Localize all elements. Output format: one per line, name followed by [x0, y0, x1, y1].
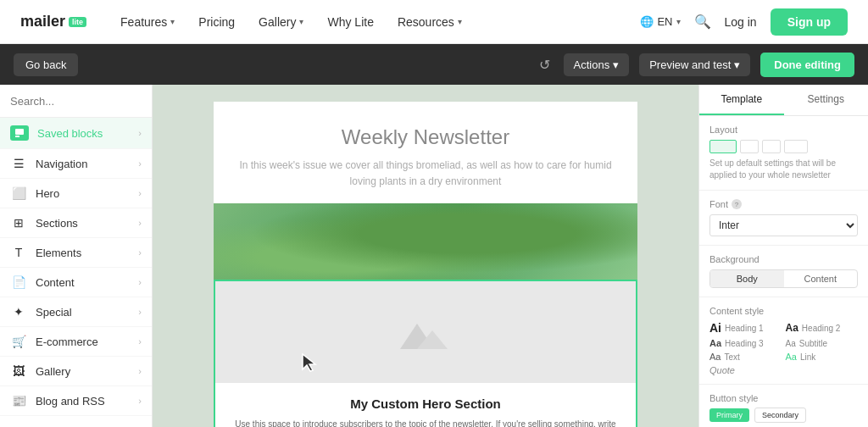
- saved-blocks-icon: [10, 125, 29, 141]
- logo-text: mailer: [20, 13, 65, 30]
- nav-features[interactable]: Features ▾: [120, 15, 175, 29]
- nav-whylite[interactable]: Why Lite: [327, 15, 373, 29]
- chevron-down-icon: ▾: [299, 17, 303, 26]
- preview-button[interactable]: Preview and test ▾: [639, 53, 750, 76]
- chevron-right-icon: ›: [138, 336, 142, 347]
- bg-content-option[interactable]: Content: [784, 270, 858, 287]
- chevron-right-icon: ›: [138, 396, 142, 406]
- button-style-section: Button style Primary Secondary: [699, 385, 868, 427]
- hero-title: My Custom Hero Section: [232, 396, 619, 411]
- login-link[interactable]: Log in: [725, 15, 757, 29]
- nav-resources-label: Resources: [398, 15, 454, 29]
- layout-option-1[interactable]: [709, 140, 737, 153]
- email-canvas: Weekly Newsletter In this week's issue w…: [214, 102, 637, 427]
- editor-toolbar: Go back ↺ Actions ▾ Preview and test ▾ D…: [0, 44, 868, 85]
- primary-btn-label: Primary: [709, 408, 749, 422]
- logo[interactable]: mailer lite: [20, 13, 86, 30]
- nav-features-label: Features: [120, 15, 167, 29]
- layout-option-2[interactable]: [740, 140, 759, 153]
- sidebar-saved-blocks-label: Saved blocks: [37, 127, 138, 140]
- navigation-icon: ☰: [10, 157, 27, 170]
- sidebar-ecommerce-label: E-commerce: [36, 336, 138, 348]
- right-panel: Template Settings Layout Set up default …: [698, 85, 868, 427]
- sidebar-special-label: Special: [36, 306, 138, 319]
- preview-label: Preview and test: [649, 58, 731, 71]
- content-styles-grid: Ai Heading 1 Aa Heading 2 Aa Heading 3 A…: [709, 321, 858, 362]
- blog-icon: 📰: [10, 394, 27, 408]
- sidebar-item-content[interactable]: 📄 Content ›: [0, 268, 152, 297]
- style-heading1[interactable]: Ai Heading 1: [709, 321, 782, 335]
- content-style-label: Content style: [709, 306, 858, 316]
- hero-block[interactable]: My Custom Hero Section Use this space to…: [214, 280, 637, 427]
- logo-badge: lite: [69, 17, 86, 27]
- layout-option-3[interactable]: [762, 140, 781, 153]
- nav-gallery[interactable]: Gallery ▾: [259, 15, 303, 29]
- sidebar-item-special[interactable]: ✦ Special ›: [0, 297, 152, 327]
- style-link[interactable]: Aa Link: [786, 352, 859, 362]
- link-preview: Aa: [786, 352, 797, 362]
- layout-option-4[interactable]: [784, 140, 808, 153]
- search-box: [0, 85, 152, 118]
- sidebar-item-saved-blocks[interactable]: Saved blocks ›: [0, 118, 152, 149]
- font-section: Font ? Inter: [699, 191, 868, 246]
- btn-primary-style[interactable]: Primary: [709, 408, 749, 420]
- nav-pricing[interactable]: Pricing: [198, 15, 235, 29]
- search-input[interactable]: [10, 95, 142, 108]
- button-style-label: Button style: [709, 393, 858, 403]
- history-icon[interactable]: ↺: [539, 57, 550, 73]
- chevron-right-icon: ›: [138, 188, 142, 198]
- sections-icon: ⊞: [10, 216, 27, 230]
- newsletter-header-block[interactable]: Weekly Newsletter In this week's issue w…: [214, 102, 637, 203]
- sidebar-item-ecommerce[interactable]: 🛒 E-commerce ›: [0, 327, 152, 357]
- panel-tabs: Template Settings: [699, 85, 868, 116]
- style-text[interactable]: Aa Text: [709, 352, 782, 362]
- ecommerce-icon: 🛒: [10, 335, 27, 348]
- tab-settings[interactable]: Settings: [784, 85, 869, 115]
- sidebar-item-elements[interactable]: T Elements ›: [0, 238, 152, 268]
- bg-body-option[interactable]: Body: [710, 270, 784, 287]
- newsletter-image-block[interactable]: [214, 203, 637, 280]
- style-quote[interactable]: Quote: [709, 365, 858, 375]
- font-label: Font ?: [709, 199, 858, 209]
- layout-options: [709, 140, 858, 153]
- background-toggle: Body Content: [709, 269, 858, 288]
- done-editing-button[interactable]: Done editing: [760, 53, 854, 77]
- font-select[interactable]: Inter: [709, 214, 858, 236]
- btn-secondary-style[interactable]: Secondary: [754, 408, 806, 420]
- hero-image-placeholder: [215, 281, 636, 383]
- sidebar-item-blog[interactable]: 📰 Blog and RSS ›: [0, 386, 152, 416]
- background-section: Background Body Content: [699, 246, 868, 297]
- search-icon[interactable]: 🔍: [694, 14, 711, 30]
- signup-button[interactable]: Sign up: [771, 8, 848, 36]
- hero-content: My Custom Hero Section Use this space to…: [215, 383, 636, 427]
- hero-description: Use this space to introduce subscribers …: [232, 418, 619, 427]
- tab-template[interactable]: Template: [699, 85, 784, 115]
- style-heading3[interactable]: Aa Heading 3: [709, 338, 782, 348]
- go-back-button[interactable]: Go back: [14, 53, 78, 76]
- language-selector[interactable]: 🌐 EN ▾: [640, 15, 680, 28]
- chevron-down-icon: ▾: [170, 17, 175, 26]
- h3-label: Heading 3: [725, 339, 764, 348]
- sidebar-item-hero[interactable]: ⬜ Hero ›: [0, 179, 152, 208]
- nav-resources[interactable]: Resources ▾: [398, 15, 462, 29]
- plant-image: [214, 203, 637, 280]
- actions-label: Actions: [574, 58, 610, 71]
- sidebar-item-gallery[interactable]: 🖼 Gallery ›: [0, 357, 152, 386]
- globe-icon: 🌐: [640, 15, 654, 28]
- layout-label: Layout: [709, 125, 858, 135]
- style-heading2[interactable]: Aa Heading 2: [786, 321, 859, 335]
- sidebar-item-navigation[interactable]: ☰ Navigation ›: [0, 149, 152, 179]
- h1-preview: Ai: [709, 321, 721, 335]
- mountain-icon: [400, 315, 451, 349]
- sidebar-sections-label: Sections: [36, 217, 138, 230]
- style-subtitle[interactable]: Aa Subtitle: [786, 338, 859, 348]
- chevron-right-icon: ›: [138, 366, 142, 376]
- quote-preview: Quote: [709, 365, 735, 375]
- sidebar-item-social[interactable]: ⇄ Social and sharing ›: [0, 416, 152, 427]
- chevron-right-icon: ›: [138, 277, 142, 287]
- sidebar-item-sections[interactable]: ⊞ Sections ›: [0, 208, 152, 238]
- actions-button[interactable]: Actions ▾: [564, 53, 630, 76]
- canvas-area[interactable]: Weekly Newsletter In this week's issue w…: [153, 85, 698, 427]
- h3-preview: Aa: [709, 338, 721, 348]
- h2-label: Heading 2: [802, 324, 841, 333]
